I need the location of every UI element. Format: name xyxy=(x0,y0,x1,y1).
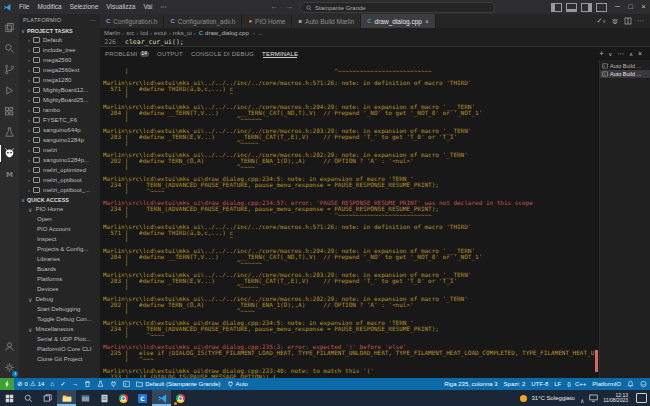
menu-item[interactable]: Vai xyxy=(139,0,156,14)
bug-icon[interactable] xyxy=(611,17,619,25)
project-task-item[interactable]: MightyBoard25... xyxy=(19,95,100,105)
project-task-item[interactable]: melzi xyxy=(19,145,100,155)
terminal-dropdown-icon[interactable] xyxy=(609,50,613,58)
project-task-item[interactable]: rambo xyxy=(19,105,100,115)
menu-item[interactable]: ⋯ xyxy=(156,0,171,14)
quick-access-item[interactable]: Devices xyxy=(19,284,100,294)
quick-access-item[interactable]: Inspect xyxy=(19,234,100,244)
settings-gear-icon[interactable]: 1 xyxy=(0,357,19,378)
menu-item[interactable]: Modifica xyxy=(33,0,65,14)
quick-access-item[interactable]: Projects & Config... xyxy=(19,244,100,254)
quick-access-item[interactable]: Boards xyxy=(19,264,100,274)
quick-access-item[interactable]: Start Debugging xyxy=(19,304,100,314)
quick-access-item[interactable]: Clone Git Project xyxy=(19,354,100,364)
close-button[interactable] xyxy=(637,0,650,14)
pio-clean-icon[interactable] xyxy=(81,378,94,390)
serial-port-selector[interactable]: Auto xyxy=(224,378,251,390)
serial-monitor-plug-icon[interactable] xyxy=(107,378,120,390)
tab-debug-console[interactable]: CONSOLE DI DEBUG xyxy=(191,51,254,57)
breadcrumb-symbol[interactable]: ... xyxy=(258,30,263,36)
pio-home-icon[interactable]: ⌂ xyxy=(47,378,57,390)
minimize-button[interactable] xyxy=(611,0,624,14)
editor-tab[interactable]: Configuration_adv.h xyxy=(164,14,242,28)
quick-access-item[interactable]: Open xyxy=(19,214,100,224)
breadcrumb-item[interactable]: extui xyxy=(154,30,173,36)
remote-indicator[interactable] xyxy=(0,378,14,390)
new-terminal-icon[interactable] xyxy=(599,50,603,58)
task-view-icon[interactable] xyxy=(38,390,57,406)
project-task-item[interactable]: mega2560 xyxy=(19,55,100,65)
vscode-taskbar-icon[interactable] xyxy=(152,390,171,406)
weather-sun-icon[interactable] xyxy=(520,395,527,402)
terminal-session-item[interactable]: Auto Build ... xyxy=(600,70,650,78)
editor-code-line[interactable]: 226 clear_cur_ui(); xyxy=(100,37,650,46)
system-clock[interactable]: 12:13 11/08/2023 xyxy=(603,393,628,404)
history-back-icon[interactable]: ← xyxy=(270,0,278,14)
source-control-icon[interactable] xyxy=(0,59,19,80)
search-sidebar-icon[interactable] xyxy=(0,38,19,59)
project-task-item[interactable]: melzi_optiboot_... xyxy=(19,185,100,195)
more-actions-icon[interactable]: ⋯ xyxy=(90,17,96,23)
project-task-item[interactable]: sanguino1284p... xyxy=(19,155,100,165)
quick-access-item[interactable]: Platforms xyxy=(19,274,100,284)
c-app-icon[interactable] xyxy=(133,390,152,406)
close-icon[interactable] xyxy=(425,18,429,25)
cursor-position[interactable]: Riga 235, colonna 3 xyxy=(441,378,500,390)
editor-tab[interactable]: Auto Build Marlin xyxy=(292,14,361,28)
new-terminal-status-icon[interactable] xyxy=(120,378,133,390)
menu-item[interactable]: Visualizza xyxy=(102,0,139,14)
breadcrumb-item[interactable]: lcd xyxy=(140,30,154,36)
project-task-item[interactable]: mega2560ext xyxy=(19,65,100,75)
run-task-check-icon[interactable]: ✓∨ xyxy=(596,17,606,25)
platformio-icon[interactable] xyxy=(0,143,19,164)
close-panel-icon[interactable] xyxy=(638,50,642,58)
editor-tab[interactable]: PIO Home xyxy=(242,14,292,28)
problems-status[interactable]: ⊘ 0 ⚠ 14 xyxy=(14,378,47,390)
run-debug-icon[interactable] xyxy=(0,80,19,101)
project-task-item[interactable]: sanguino1284p xyxy=(19,135,100,145)
project-tasks-header[interactable]: PROJECT TASKS xyxy=(19,26,100,35)
project-task-item[interactable]: melzi_optimized xyxy=(19,165,100,175)
command-center-search[interactable]: Stampante Grande xyxy=(300,2,495,13)
quick-access-item[interactable]: Miscellaneous xyxy=(19,324,100,334)
menu-item[interactable]: Selezione xyxy=(66,0,103,14)
quick-access-item[interactable]: PIO Home xyxy=(19,204,100,214)
app-document-icon[interactable] xyxy=(95,390,114,406)
project-task-item[interactable]: sanguino644p xyxy=(19,125,100,135)
start-button-icon[interactable] xyxy=(0,390,19,406)
history-forward-icon[interactable]: → xyxy=(285,0,293,14)
more-actions-icon[interactable]: ⋯ xyxy=(637,17,644,25)
panel-more-icon[interactable] xyxy=(617,50,624,58)
env-switcher[interactable]: Default (Stampante Grande) xyxy=(133,378,223,390)
quick-access-item[interactable]: Debug xyxy=(19,294,100,304)
customize-layout-icon[interactable] xyxy=(596,3,607,12)
project-task-item[interactable]: Default xyxy=(19,35,100,45)
toggle-panel-icon[interactable] xyxy=(566,3,577,12)
weather-label[interactable]: 31°C Soleggiato xyxy=(532,395,575,401)
auto-build-marlin-icon[interactable] xyxy=(0,164,19,185)
test-flask-icon[interactable] xyxy=(0,122,19,143)
action-center-icon[interactable] xyxy=(636,393,647,403)
terminal-session-item[interactable]: Auto Build ... xyxy=(600,62,650,70)
app-window-icon[interactable] xyxy=(76,390,95,406)
breadcrumb-item[interactable]: src xyxy=(126,30,140,36)
explorer-icon[interactable] xyxy=(0,17,19,38)
editor-tab[interactable]: Configuration.h xyxy=(100,14,164,28)
network-display-icon[interactable] xyxy=(589,394,598,402)
quick-access-item[interactable]: PlatformIO Core CLI xyxy=(19,344,100,354)
quick-access-item[interactable]: Toggle Debug Con... xyxy=(19,314,100,324)
project-task-item[interactable]: include_tree xyxy=(19,45,100,55)
quick-access-item[interactable]: Serial & UDP Plott... xyxy=(19,334,100,344)
menu-item[interactable]: File xyxy=(15,0,33,14)
tab-problems[interactable]: PROBLEMI 14 xyxy=(105,51,149,57)
quick-access-item[interactable]: PIO Account xyxy=(19,224,100,234)
editor-tab[interactable]: draw_dialog.cpp xyxy=(361,14,435,28)
project-task-item[interactable]: FYSETC_F6 xyxy=(19,115,100,125)
pio-build-icon[interactable]: ✓ xyxy=(57,378,68,390)
quick-access-item[interactable]: Libraries xyxy=(19,254,100,264)
toggle-secondary-sidebar-icon[interactable] xyxy=(581,3,592,12)
file-explorer-icon[interactable] xyxy=(57,390,76,406)
breadcrumb-item[interactable]: Marlin xyxy=(104,30,126,36)
maximize-panel-icon[interactable] xyxy=(629,50,633,58)
tray-expand-icon[interactable] xyxy=(580,389,584,406)
